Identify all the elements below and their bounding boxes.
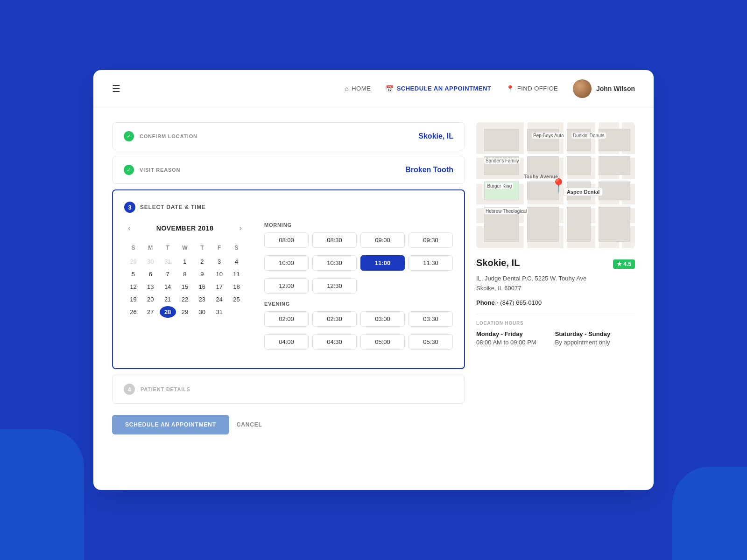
calendar-day-4-1[interactable]: 27 [142, 306, 159, 318]
calendar-day-0-6[interactable]: 4 [228, 256, 245, 267]
calendar-day-3-2[interactable]: 21 [160, 294, 176, 305]
calendar-day-2-2[interactable]: 14 [160, 281, 176, 293]
time-slot-0500[interactable]: 05:00 [360, 334, 405, 350]
calendar-day-2-4[interactable]: 16 [194, 281, 210, 293]
map-background: Pep Boys Auto Dunkin' Donuts Sander's Fa… [476, 122, 635, 248]
calendar-day-0-0[interactable]: 29 [125, 256, 141, 267]
header: ☰ ⌂ HOME 📅 SCHEDULE AN APPOINTMENT 📍 FIN… [93, 70, 654, 107]
address-line2: Skoike, IL 60077 [476, 285, 521, 292]
visit-reason-card: ✓ VISIT REASON Broken Tooth [112, 156, 465, 184]
calendar-day-0-5[interactable]: 3 [211, 256, 227, 267]
time-slot-0800[interactable]: 08:00 [264, 232, 309, 248]
user-section: John Wilson [573, 79, 635, 98]
hamburger-icon[interactable]: ☰ [112, 83, 120, 94]
rating-value: 4.5 [623, 261, 631, 267]
time-slot-1000[interactable]: 10:00 [264, 255, 309, 271]
calendar-day-4-4[interactable]: 30 [194, 306, 210, 318]
weekend-hours-time: By appointment only [555, 339, 610, 346]
patient-details-label: PATIENT DETAILS [141, 386, 190, 392]
time-slot-1030[interactable]: 10:30 [312, 255, 357, 271]
time-slot-0430[interactable]: 04:30 [312, 334, 357, 350]
calendar-day-1-1[interactable]: 6 [142, 268, 159, 280]
step-left: ✓ CONFIRM LOCATION [124, 131, 197, 141]
calendar-day-0-3[interactable]: 1 [177, 256, 193, 267]
calendar-day-4-0[interactable]: 26 [125, 306, 141, 318]
nav-schedule[interactable]: 📅 SCHEDULE AN APPOINTMENT [386, 85, 491, 92]
calendar-day-0-2[interactable]: 31 [160, 256, 176, 267]
cal-next-button[interactable]: › [236, 222, 246, 234]
time-slot-0330[interactable]: 03:30 [409, 311, 453, 327]
time-slot-1100[interactable]: 11:00 [360, 255, 405, 271]
calendar-week-1: 567891011 [125, 268, 245, 280]
location-address: IL, Judge Dental P.C, 5225 W. Touhy Ave … [476, 274, 635, 294]
hours-section: LOCATION HOURS Monday - Friday 08:00 AM … [476, 314, 635, 346]
cal-prev-button[interactable]: ‹ [124, 222, 134, 234]
time-slot-0400[interactable]: 04:00 [264, 334, 309, 350]
time-slot-1230[interactable]: 12:30 [312, 278, 357, 294]
calendar-day-3-1[interactable]: 20 [142, 294, 159, 305]
calendar-day-1-0[interactable]: 5 [125, 268, 141, 280]
map-poi-hebrew: Hebrew Theological [484, 208, 528, 214]
visit-reason-value: Broken Tooth [405, 166, 453, 174]
calendar-day-4-2[interactable]: 28 [160, 306, 176, 318]
weekend-hours: Staturday - Sunday By appointment only [555, 330, 610, 346]
map-container: Pep Boys Auto Dunkin' Donuts Sander's Fa… [476, 122, 635, 248]
day-header-m: M [142, 243, 159, 255]
calendar-days-header: S M T W T F S [125, 243, 245, 255]
calendar-day-1-4[interactable]: 9 [194, 268, 210, 280]
time-slot-0530[interactable]: 05:30 [409, 334, 453, 350]
star-icon: ★ [617, 261, 622, 267]
day-header-t2: T [194, 243, 210, 255]
calendar-day-2-3[interactable]: 15 [177, 281, 193, 293]
time-slot-0300[interactable]: 03:00 [360, 311, 405, 327]
calendar-day-1-5[interactable]: 10 [211, 268, 227, 280]
calendar-day-1-6[interactable]: 11 [228, 268, 245, 280]
calendar-day-0-1[interactable]: 30 [142, 256, 159, 267]
calendar-day-3-6[interactable]: 25 [228, 294, 245, 305]
right-panel: Pep Boys Auto Dunkin' Donuts Sander's Fa… [476, 122, 635, 434]
calendar-day-3-3[interactable]: 22 [177, 294, 193, 305]
datetime-card: 3 SELECT DATE & TIME ‹ NOVEMBER 2018 › [112, 189, 465, 369]
time-slot-1130[interactable]: 11:30 [409, 255, 453, 271]
time-slot-0900[interactable]: 09:00 [360, 232, 405, 248]
map-location-label: Aspen Dental [564, 188, 603, 196]
map-poi-pepboys: Pep Boys Auto [532, 133, 565, 139]
morning-label: MORNING [264, 222, 453, 228]
time-slot-0930[interactable]: 09:30 [409, 232, 453, 248]
morning-slots-row3: 12:00 12:30 [264, 278, 453, 294]
calendar-day-3-4[interactable]: 23 [194, 294, 210, 305]
calendar-day-3-5[interactable]: 24 [211, 294, 227, 305]
calendar-day-0-4[interactable]: 2 [194, 256, 210, 267]
confirm-location-label: CONFIRM LOCATION [140, 133, 197, 139]
hours-label: LOCATION HOURS [476, 321, 635, 326]
cancel-button[interactable]: CANCEL [237, 421, 262, 428]
calendar-day-4-5[interactable]: 31 [211, 306, 227, 318]
calendar-day-2-5[interactable]: 17 [211, 281, 227, 293]
evening-label: EVENING [264, 301, 453, 307]
calendar-day-4-3[interactable]: 29 [177, 306, 193, 318]
confirm-location-card: ✓ CONFIRM LOCATION Skokie, IL [112, 122, 465, 150]
step-header: 3 SELECT DATE & TIME [124, 202, 453, 213]
calendar-week-4: 262728293031 [125, 306, 245, 318]
location-icon: 📍 [506, 85, 514, 92]
step-left-reason: ✓ VISIT REASON [124, 165, 180, 175]
calendar-day-2-0[interactable]: 12 [125, 281, 141, 293]
time-slot-1200[interactable]: 12:00 [264, 278, 309, 294]
calendar-day-2-1[interactable]: 13 [142, 281, 159, 293]
time-slot-0200[interactable]: 02:00 [264, 311, 309, 327]
calendar-day-2-6[interactable]: 18 [228, 281, 245, 293]
avatar [573, 79, 592, 98]
nav-home[interactable]: ⌂ HOME [345, 85, 371, 92]
check-icon-location: ✓ [124, 131, 134, 141]
day-header-f: F [211, 243, 227, 255]
calendar-day-3-0[interactable]: 19 [125, 294, 141, 305]
calendar-day-1-3[interactable]: 8 [177, 268, 193, 280]
schedule-appointment-button[interactable]: SCHEDULE AN APPOINTMENT [112, 415, 229, 434]
calendar-week-0: 2930311234 [125, 256, 245, 267]
time-slot-0230[interactable]: 02:30 [312, 311, 357, 327]
time-slot-0830[interactable]: 08:30 [312, 232, 357, 248]
weekday-hours-time: 08:00 AM to 09:00 PM [476, 339, 536, 346]
calendar-day-1-2[interactable]: 7 [160, 268, 176, 280]
nav-find-office[interactable]: 📍 FIND OFFICE [506, 85, 558, 92]
evening-slots-row2: 04:00 04:30 05:00 05:30 [264, 334, 453, 350]
